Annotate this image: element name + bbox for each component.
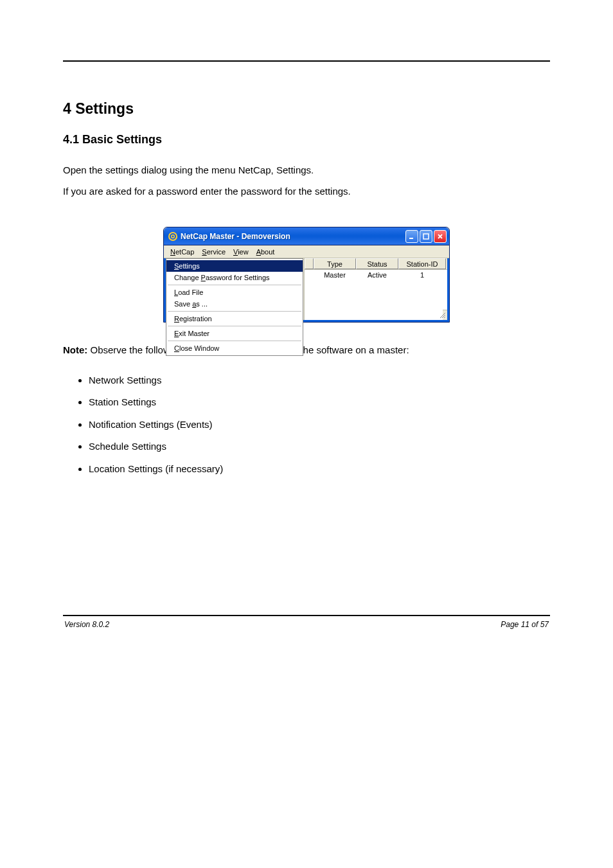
row-handle <box>305 270 314 280</box>
menu-separator <box>168 311 301 312</box>
page-footer: Version 8.0.2 Page 11 of 57 <box>63 616 550 633</box>
station-table: Type Status Station-ID Master Active 1 <box>304 258 447 320</box>
subsection-title: Basic Settings <box>82 133 162 146</box>
col-header-type[interactable]: Type <box>314 258 356 269</box>
intro-paragraph-2: If you are asked for a password enter th… <box>63 184 550 199</box>
cell-station-id: 1 <box>398 270 446 280</box>
menu-item-close-window[interactable]: Close Window <box>166 342 303 354</box>
menu-separator <box>168 285 301 285</box>
app-window: NetCap Master - Demoversion NetCap Servi… <box>163 227 450 323</box>
list-item: Location Settings (if necessary) <box>89 458 550 481</box>
menu-item-save-as[interactable]: Save as ... <box>166 298 303 310</box>
title-bar[interactable]: NetCap Master - Demoversion <box>164 227 449 245</box>
top-rule <box>63 60 550 62</box>
footer-page: Page 11 of 57 <box>501 620 549 629</box>
menu-item-exit-master[interactable]: Exit Master <box>166 328 303 339</box>
menu-separator <box>168 326 301 326</box>
section-number: 4 <box>63 100 71 117</box>
resize-grip-icon[interactable] <box>439 312 447 319</box>
status-bar <box>443 310 447 320</box>
footer-version: Version 8.0.2 <box>64 620 109 629</box>
col-header-status[interactable]: Status <box>356 258 398 269</box>
menu-about[interactable]: About <box>253 247 279 257</box>
cell-status: Active <box>356 270 398 280</box>
intro-paragraph-1: Open the settings dialog using the menu … <box>63 163 550 178</box>
table-corner <box>305 258 314 269</box>
note-paragraph: Note: Observe the following sequence whe… <box>63 343 550 358</box>
menu-item-load-file[interactable]: Load File <box>166 287 303 298</box>
menu-separator <box>168 341 301 341</box>
setup-sequence-list: Network Settings Station Settings Notifi… <box>63 369 550 481</box>
menu-item-registration[interactable]: Registration <box>166 313 303 324</box>
note-label: Note: <box>63 344 87 355</box>
menu-view[interactable]: View <box>229 247 253 257</box>
col-header-station-id[interactable]: Station-ID <box>398 258 446 269</box>
cell-type: Master <box>314 270 356 280</box>
list-item: Station Settings <box>89 391 550 414</box>
menu-bar: NetCap Service View About <box>164 245 449 258</box>
svg-rect-2 <box>409 238 413 239</box>
at-sign-icon <box>168 231 178 242</box>
svg-point-0 <box>169 233 177 240</box>
window-body: Settings Change Password for Settings Lo… <box>164 258 449 322</box>
svg-point-1 <box>172 235 175 238</box>
table-row[interactable]: Master Active 1 <box>305 270 447 280</box>
table-header-row: Type Status Station-ID <box>305 258 447 270</box>
maximize-button[interactable] <box>420 230 432 243</box>
subsection-number: 4.1 <box>63 133 79 146</box>
screenshot-container: NetCap Master - Demoversion NetCap Servi… <box>63 227 550 323</box>
menu-item-settings[interactable]: Settings <box>166 260 303 272</box>
subsection-heading: 4.1 Basic Settings <box>63 133 550 146</box>
list-item: Network Settings <box>89 369 550 392</box>
section-title: Settings <box>75 100 134 117</box>
section-heading: 4 Settings <box>63 100 550 118</box>
list-item: Schedule Settings <box>89 436 550 458</box>
netcap-dropdown-menu: Settings Change Password for Settings Lo… <box>166 258 303 356</box>
menu-service[interactable]: Service <box>198 247 229 257</box>
menu-netcap[interactable]: NetCap <box>166 247 198 257</box>
minimize-button[interactable] <box>405 230 418 243</box>
svg-rect-3 <box>423 234 429 239</box>
close-button[interactable] <box>434 230 447 243</box>
list-item: Notification Settings (Events) <box>89 414 550 436</box>
window-title: NetCap Master - Demoversion <box>181 232 405 241</box>
menu-item-change-password[interactable]: Change Password for Settings <box>166 272 303 283</box>
